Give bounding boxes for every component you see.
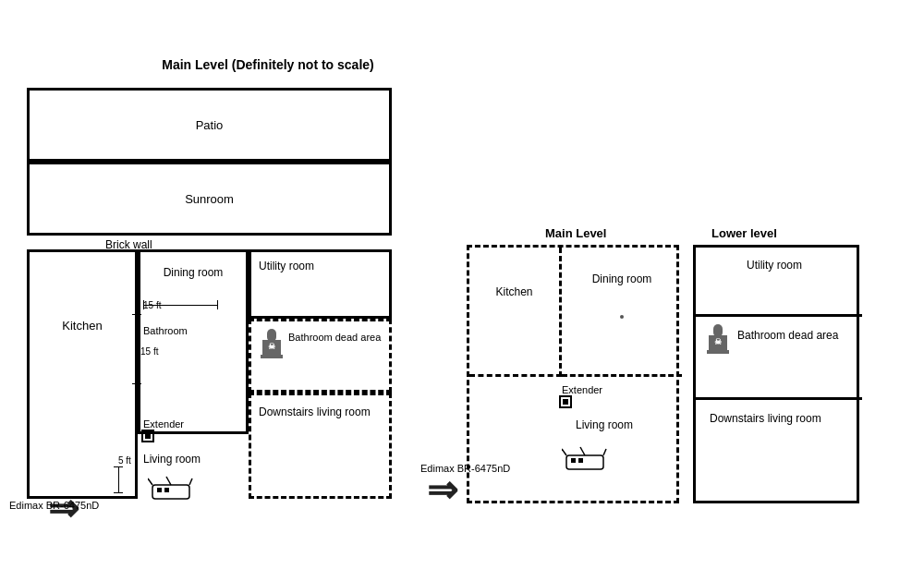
svg-rect-2 [261,355,283,358]
svg-rect-15 [571,458,576,463]
router-icon-left [148,476,194,506]
bathroom-dead-label: Bathroom dead area [288,331,381,345]
svg-line-18 [580,447,585,455]
measure-tick-left [143,300,144,309]
svg-rect-22 [707,350,729,354]
sunroom-room: Sunroom [27,162,392,236]
svg-line-10 [166,477,171,485]
bathroom-dead-area: ☠ Bathroom dead area [249,319,392,393]
svg-line-9 [148,478,152,485]
svg-text:☠: ☠ [714,337,722,346]
arrow-right-diagram: ⇒ [427,471,458,508]
edimax-label-right: Edimax BR-6475nD [420,462,510,475]
measure-tick-bottom [132,383,141,384]
svg-line-17 [562,449,566,455]
svg-rect-1 [267,329,276,342]
measure-tick-right [217,300,218,309]
svg-line-11 [189,478,192,485]
right-lower-level-box: Utility room ☠ Bathroom dead area Downst… [693,245,859,503]
measure-v-line [137,314,138,383]
right-dining-label: Dining room [592,272,652,285]
page-container: Main Level (Definitely not to scale) Pat… [0,0,924,569]
right-kitchen-label: Kitchen [495,285,532,298]
svg-rect-5 [145,433,151,439]
svg-line-19 [603,449,606,455]
svg-rect-7 [157,488,162,492]
right-bathroom-dead-label: Bathroom dead area [737,328,838,344]
dining-room: Dining room [138,249,249,434]
utility-room-left: Utility room [249,249,392,319]
utility-room-label: Utility room [259,260,314,272]
right-extender-icon [558,394,573,412]
svg-rect-13 [563,399,568,405]
main-title: Main Level (Definitely not to scale) [102,57,434,72]
measure-5ft-tick-bot [114,492,123,493]
right-dining-dot [620,315,624,319]
svg-rect-8 [164,488,169,492]
right-downstairs-living-label: Downstairs living room [710,411,821,427]
svg-text:☠: ☠ [268,342,275,351]
svg-rect-21 [713,324,723,337]
right-title-main: Main Level [545,226,606,240]
right-bathroom-dead: ☠ Bathroom dead area [696,317,862,400]
patio-room: Patio [27,88,392,162]
right-tombstone-icon: ☠ [705,324,731,358]
right-downstairs-living: Downstairs living room [696,400,862,506]
svg-rect-16 [578,458,583,463]
kitchen-label: Kitchen [62,319,102,333]
measure-5ft-line [118,466,119,492]
measure-5ft-label: 5 ft [118,455,131,466]
extender-icon-left [140,429,155,446]
patio-label: Patio [196,118,224,132]
right-utility-room: Utility room [696,248,862,317]
living-room-label: Living room [143,453,201,466]
downstairs-living-dashed: Downstairs living room [249,393,392,499]
edimax-label-left: Edimax BR-6475nD [9,499,99,512]
right-utility-label: Utility room [747,259,802,272]
bathroom-label-left: Bathroom [143,325,188,336]
router-icon-right [562,446,608,477]
measure-5ft-tick-top [114,466,123,467]
measure-tick-top [132,314,141,315]
right-dining-area: Dining room [562,248,682,377]
right-title-lower: Lower level [711,226,777,240]
sunroom-label: Sunroom [185,192,234,206]
dining-room-label: Dining room [164,266,224,279]
right-living-label: Living room [576,418,633,431]
measure-h-label: 15 ft [143,300,161,310]
measure-v-label: 15 ft [140,346,158,357]
downstairs-living-label: Downstairs living room [259,405,371,420]
right-kitchen-area: Kitchen [469,248,562,377]
tombstone-icon: ☠ [259,329,285,363]
